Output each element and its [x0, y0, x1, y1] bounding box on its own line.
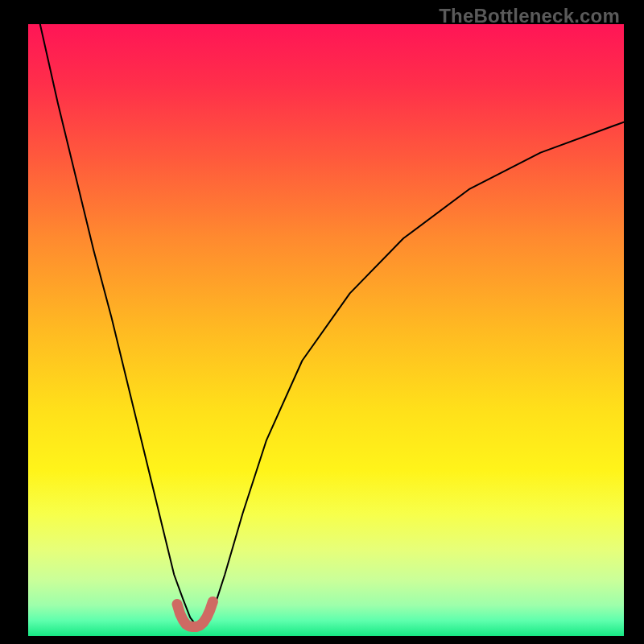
gradient-rect	[28, 24, 624, 636]
chart-svg	[28, 24, 624, 636]
chart-frame: TheBottleneck.com	[0, 0, 644, 644]
plot-area	[28, 24, 624, 636]
